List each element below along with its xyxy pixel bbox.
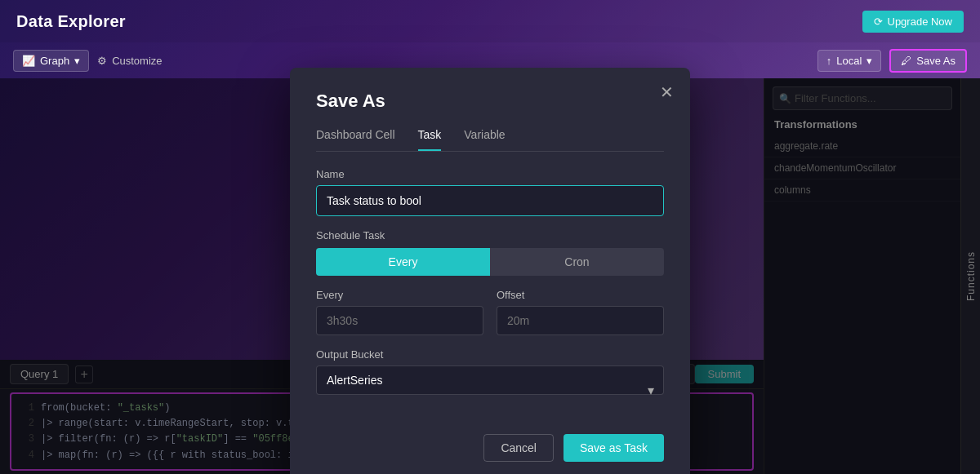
local-select[interactable]: ↑ Local ▾ [817,50,882,72]
save-task-button[interactable]: Save as Task [564,434,664,462]
upgrade-button[interactable]: ⟳ Upgrade Now [862,11,964,33]
schedule-every-button[interactable]: Every [316,248,490,276]
name-label: Name [316,168,664,180]
output-label: Output Bucket [316,348,664,361]
tab-task[interactable]: Task [418,128,442,151]
modal-actions: Cancel Save as Task [316,434,664,462]
toolbar-right: ↑ Local ▾ 🖊 Save As [817,49,967,73]
schedule-label: Schedule Task [316,229,664,241]
save-as-modal: Save As ✕ Dashboard Cell Task Variable N… [290,68,690,474]
graph-select[interactable]: 📈 Graph ▾ [13,50,89,72]
app-header: Data Explorer ⟳ Upgrade Now [0,0,980,42]
tab-dashboard-cell[interactable]: Dashboard Cell [316,128,395,151]
save-as-button[interactable]: 🖊 Save As [889,49,967,73]
chevron-down-icon: ▾ [866,55,872,67]
modal-tabs: Dashboard Cell Task Variable [316,128,664,152]
gear-icon: ⚙ [97,55,107,67]
toolbar-left: 📈 Graph ▾ ⚙ Customize [13,50,163,72]
offset-label: Offset [497,289,664,301]
every-col: Every [316,289,483,335]
name-input[interactable] [316,185,664,216]
every-input[interactable] [316,306,483,335]
schedule-cron-button[interactable]: Cron [490,248,664,276]
offset-col: Offset [497,289,664,335]
upgrade-icon: ⟳ [874,16,883,28]
modal-overlay: Save As ✕ Dashboard Cell Task Variable N… [0,78,980,474]
graph-icon: 📈 [22,55,35,67]
every-label: Every [316,289,483,301]
tab-variable[interactable]: Variable [464,128,505,151]
arrow-icon: ↑ [826,55,832,67]
every-offset-row: Every Offset [316,289,664,335]
chevron-down-icon: ▾ [74,55,80,67]
modal-title: Save As [316,91,664,112]
cancel-button[interactable]: Cancel [483,434,554,462]
app-title: Data Explorer [16,12,126,31]
save-icon: 🖊 [901,55,911,67]
output-select-wrap: AlertSeries [316,365,664,414]
offset-input[interactable] [497,306,664,335]
modal-close-button[interactable]: ✕ [660,82,674,102]
main-content: Query 1 + ↺ 🕐 Past 1h ▾ Query Builder Su… [0,78,980,474]
output-select[interactable]: AlertSeries [316,365,664,395]
customize-button[interactable]: ⚙ Customize [97,55,162,67]
schedule-toggle: Every Cron [316,248,664,276]
